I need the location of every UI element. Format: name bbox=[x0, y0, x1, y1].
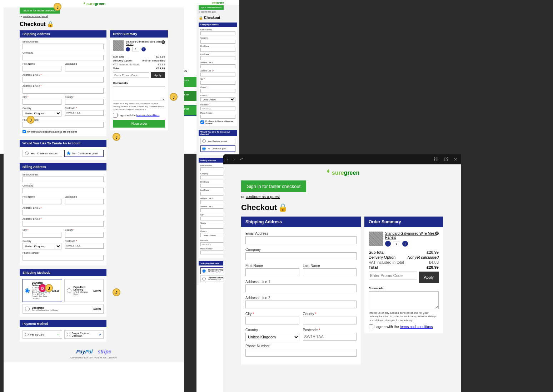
apply-button[interactable]: Apply bbox=[419, 272, 439, 283]
m-signin[interactable]: Sign in for faster checkout bbox=[199, 5, 224, 10]
account-yes-radio[interactable]: Yes - Create an account bbox=[23, 150, 62, 157]
pay-paypal-radio[interactable]: Paypal Express CheckoutP bbox=[64, 330, 104, 339]
inp[interactable] bbox=[245, 252, 357, 260]
inp[interactable] bbox=[200, 56, 235, 60]
terms-link[interactable]: terms and conditions bbox=[136, 114, 160, 116]
phone-input[interactable] bbox=[23, 122, 104, 128]
inp[interactable] bbox=[200, 40, 235, 44]
cmt-ta[interactable] bbox=[369, 291, 439, 309]
terms-checkbox[interactable]: I agree with the terms and conditions bbox=[113, 113, 165, 118]
same-address-checkbox[interactable]: My billing and shipping address are the … bbox=[23, 130, 104, 133]
undo-icon[interactable]: ↶ bbox=[240, 157, 243, 162]
qty-plus[interactable]: + bbox=[141, 47, 146, 51]
open-external-icon[interactable] bbox=[444, 157, 449, 163]
b-country-select[interactable]: United Kingdom bbox=[23, 243, 61, 249]
b-county-input[interactable] bbox=[65, 232, 104, 238]
inp[interactable] bbox=[303, 268, 357, 276]
product-name[interactable]: Standard Galvanised Wire Mesh Panels bbox=[385, 232, 439, 239]
last-input[interactable] bbox=[65, 66, 104, 71]
m-acc-yes[interactable]: Yes - Create an account bbox=[200, 138, 235, 144]
city-input[interactable] bbox=[23, 99, 61, 105]
inp[interactable] bbox=[303, 317, 357, 324]
lbl: Email Address bbox=[245, 232, 357, 235]
account-panel: Would You Like To Create An Account Yes … bbox=[20, 140, 106, 160]
b-postcode-label: Postcode * bbox=[65, 240, 104, 242]
inp[interactable] bbox=[245, 284, 357, 292]
inp[interactable] bbox=[200, 81, 235, 85]
m-account-panel: Would You Like To Create An Account Yes … bbox=[199, 130, 237, 155]
addr1-input[interactable] bbox=[23, 77, 104, 83]
sel[interactable]: United Kingdom bbox=[245, 333, 299, 341]
promo-input[interactable] bbox=[113, 72, 149, 78]
ship-expedited[interactable]: Expedited Delivery1 To 3 Working Days£80… bbox=[64, 279, 104, 302]
inp[interactable] bbox=[200, 64, 235, 68]
inp[interactable] bbox=[245, 236, 357, 244]
continue-guest-link[interactable]: continue as a guest bbox=[23, 15, 48, 18]
inp[interactable] bbox=[200, 73, 235, 76]
p-os: Order Summary Standard Galvanised Wire M… bbox=[364, 217, 443, 333]
close-icon[interactable]: ✕ bbox=[454, 157, 457, 162]
inp[interactable] bbox=[200, 106, 235, 110]
country-select[interactable]: United Kingdom bbox=[23, 110, 61, 116]
b-company-input[interactable] bbox=[23, 188, 104, 193]
forward-icon[interactable]: › bbox=[233, 157, 235, 162]
back-icon[interactable]: ‹ bbox=[227, 157, 228, 162]
shipping-methods-panel: Shipping Methods Standard Delivery2 To 5… bbox=[20, 269, 106, 317]
comments-textarea[interactable] bbox=[113, 86, 165, 100]
m-ship-head: Shipping Address bbox=[199, 23, 237, 27]
m-same-addr[interactable]: My billing and shipping address are the … bbox=[200, 120, 235, 124]
b-city-input[interactable] bbox=[23, 232, 61, 238]
inp[interactable] bbox=[245, 301, 357, 308]
ship-collection[interactable]: CollectionFrom Finchingfield In Essex£00… bbox=[23, 304, 104, 314]
inp[interactable] bbox=[200, 31, 235, 35]
p-signin[interactable]: Sign in for faster checkout bbox=[241, 180, 306, 192]
b-phone-input[interactable] bbox=[23, 255, 104, 260]
inp[interactable] bbox=[200, 89, 235, 93]
remove-item-icon[interactable]: ✕ bbox=[161, 40, 165, 44]
preview-toolbar: ‹ › ↶ ✕ bbox=[223, 154, 461, 164]
qty-minus[interactable]: − bbox=[126, 47, 130, 51]
b-first-input[interactable] bbox=[23, 199, 61, 204]
inp[interactable] bbox=[200, 115, 235, 119]
place-order-button[interactable]: Place order bbox=[113, 120, 165, 128]
b-email-input[interactable] bbox=[23, 177, 104, 182]
lbl: Postcode * bbox=[200, 104, 235, 106]
addr2-input[interactable] bbox=[23, 88, 104, 94]
settings-icon[interactable] bbox=[434, 157, 439, 163]
account-no-radio[interactable]: No - Continue as guest bbox=[64, 150, 104, 157]
lbl: First Name bbox=[245, 264, 299, 268]
company-input[interactable] bbox=[23, 55, 104, 60]
remove-icon[interactable]: ✕ bbox=[435, 232, 439, 235]
logo-text-a: sure bbox=[86, 1, 95, 6]
qty-plus[interactable]: + bbox=[402, 241, 408, 247]
terms-link[interactable]: terms and conditions bbox=[400, 325, 433, 329]
lock-icon: 🔒 bbox=[278, 203, 288, 212]
first-input[interactable] bbox=[23, 66, 61, 71]
p-guest-link[interactable]: continue as a guest bbox=[246, 194, 280, 199]
qty-minus[interactable]: − bbox=[385, 241, 391, 247]
product-name[interactable]: Standard Galvanised Wire Mesh Panels bbox=[126, 40, 165, 45]
inp[interactable] bbox=[245, 268, 299, 276]
m-acc-no[interactable]: No - Continue as guest bbox=[200, 145, 235, 152]
inp[interactable] bbox=[200, 48, 235, 52]
preview-panel: ‹ › ↶ ✕ suregreen Sign in for faster che… bbox=[223, 154, 461, 392]
inp[interactable] bbox=[245, 349, 357, 357]
first-label: First Name bbox=[23, 63, 61, 65]
b-last-input[interactable] bbox=[65, 199, 104, 204]
b-addr1-input[interactable] bbox=[23, 210, 104, 215]
county-input[interactable] bbox=[65, 99, 104, 105]
ship-methods-header: Shipping Methods bbox=[20, 269, 106, 276]
pay-card-radio[interactable]: Pay By Card▭ bbox=[23, 330, 62, 339]
inp[interactable] bbox=[303, 333, 357, 341]
terms-chk[interactable]: I agree with the terms and conditions bbox=[369, 324, 439, 329]
lbl: First Name bbox=[200, 45, 235, 47]
inp[interactable] bbox=[245, 317, 299, 324]
email-input[interactable] bbox=[23, 44, 104, 49]
sel[interactable]: United Kingdom bbox=[200, 97, 235, 101]
b-addr2-input[interactable] bbox=[23, 221, 104, 227]
postcode-input[interactable] bbox=[65, 110, 104, 116]
promo-input[interactable] bbox=[369, 272, 417, 279]
apply-button[interactable]: Apply bbox=[151, 72, 165, 78]
b-postcode-input[interactable] bbox=[65, 243, 104, 249]
m-guest-link[interactable]: continue as a guest bbox=[201, 11, 216, 13]
